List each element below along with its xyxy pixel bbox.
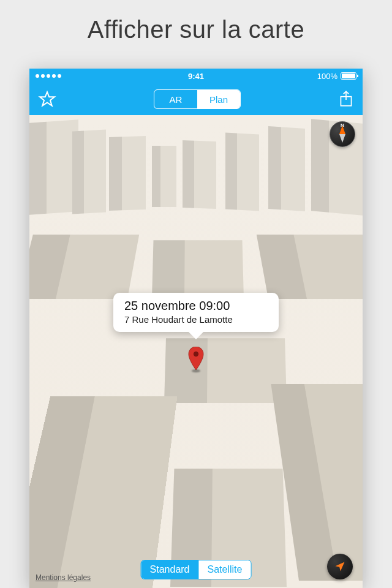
battery-percent: 100% [317,72,337,81]
signal-dots-icon [36,74,61,78]
share-icon[interactable] [338,90,354,108]
building-shape [268,126,305,211]
view-mode-plan[interactable]: Plan [197,90,240,108]
battery-icon [341,72,356,80]
map-canvas[interactable]: N 25 novembre 09:00 7 Rue Houdart de Lam… [29,115,363,588]
building-shape [29,119,78,215]
map-pin-icon[interactable] [188,347,204,371]
building-shape [257,235,363,299]
locate-me-button[interactable] [327,554,353,579]
building-shape [109,136,146,211]
view-mode-ar[interactable]: AR [154,90,197,108]
favorite-star-icon[interactable] [38,90,56,108]
building-shape [152,146,176,207]
device-frame: 9:41 100% AR Plan [29,69,363,588]
nav-bar: AR Plan [29,83,363,115]
page-title: Afficher sur la carte [0,0,392,57]
svg-point-2 [194,352,198,356]
map-type-standard[interactable]: Standard [141,560,198,579]
callout-title: 25 novembre 09:00 [124,299,268,313]
location-callout[interactable]: 25 novembre 09:00 7 Rue Houdart de Lamot… [113,293,279,332]
svg-marker-0 [40,92,55,106]
building-shape [152,240,244,299]
status-bar: 9:41 100% [29,69,363,83]
compass-button[interactable]: N [330,121,355,147]
building-shape [225,133,259,211]
map-type-segmented: Standard Satellite [141,560,252,579]
map-type-satellite[interactable]: Satellite [198,560,251,579]
status-time: 9:41 [188,72,204,81]
building-shape [183,140,216,209]
building-shape [72,130,106,214]
legal-link[interactable]: Mentions légales [36,573,91,582]
building-shape [164,338,287,403]
callout-subtitle: 7 Rue Houdart de Lamotte [124,314,268,325]
location-arrow-icon [334,560,346,573]
view-mode-segmented: AR Plan [154,89,241,109]
building-shape [29,235,139,299]
